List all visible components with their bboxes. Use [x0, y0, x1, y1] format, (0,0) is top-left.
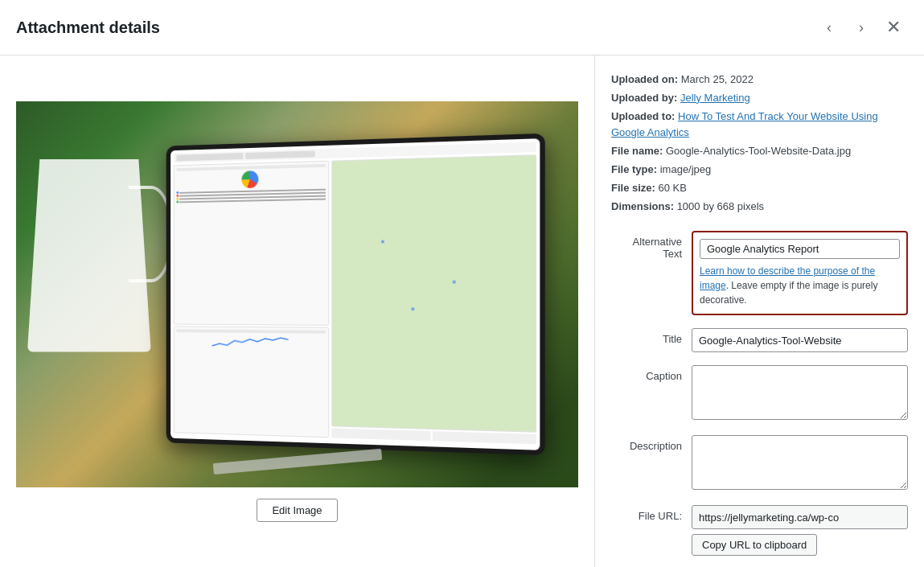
file-type-value: image/jpeg — [660, 163, 712, 175]
caption-label: Caption — [611, 365, 692, 382]
tab-item — [176, 153, 243, 161]
meta-file-name: File name: Google-Analytics-Tool-Website… — [611, 143, 908, 160]
title-field-content — [692, 328, 908, 352]
image-placeholder — [16, 101, 578, 487]
alt-text-help: Learn how to describe the purpose of the… — [700, 264, 900, 307]
meta-file-type: File type: image/jpeg — [611, 162, 908, 179]
left-panel: Edit Image — [0, 55, 595, 567]
alt-text-label: Alternative Text — [611, 231, 692, 260]
uploaded-to-label: Uploaded to: — [611, 110, 675, 122]
dimensions-value: 1000 by 668 pixels — [677, 200, 764, 212]
copy-url-button[interactable]: Copy URL to clipboard — [692, 534, 817, 556]
description-field-group: Description — [611, 435, 908, 492]
modal-body: Edit Image Uploaded on: March 25, 2022 U… — [0, 55, 924, 567]
header-controls: ‹ › ✕ — [815, 13, 908, 42]
file-type-label: File type: — [611, 163, 657, 175]
legend-items — [176, 187, 325, 203]
legend-dot-blue — [176, 191, 179, 193]
legend-dot-red — [176, 194, 179, 196]
map-dot — [452, 280, 455, 283]
meta-dimensions: Dimensions: 1000 by 668 pixels — [611, 199, 908, 216]
uploaded-on-value: March 25, 2022 — [681, 73, 754, 85]
stylus-decoration — [212, 449, 381, 475]
tab-item — [245, 150, 314, 159]
stat-box — [331, 428, 431, 441]
next-attachment-button[interactable]: › — [847, 13, 876, 42]
caption-textarea[interactable] — [692, 365, 908, 420]
meta-file-size: File size: 60 KB — [611, 180, 908, 197]
meta-uploaded-to: Uploaded to: How To Test And Track Your … — [611, 109, 908, 142]
map-area — [331, 154, 537, 433]
chart-title-bar — [176, 328, 325, 332]
chevron-left-icon: ‹ — [827, 19, 832, 36]
uploaded-by-label: Uploaded by: — [611, 92, 677, 104]
modal-title: Attachment details — [16, 18, 160, 37]
map-dot — [381, 240, 384, 243]
tablet-mockup — [166, 133, 544, 455]
file-name-label: File name: — [611, 145, 663, 157]
title-input[interactable] — [692, 328, 908, 352]
file-size-value: 60 KB — [659, 182, 687, 194]
close-icon: ✕ — [886, 17, 901, 38]
file-url-field-group: File URL: Copy URL to clipboard — [611, 505, 908, 556]
pie-chart-area — [174, 160, 329, 325]
file-size-label: File size: — [611, 182, 655, 194]
chevron-right-icon: › — [859, 19, 864, 36]
description-field-content — [692, 435, 908, 492]
tablet-left-col — [174, 160, 329, 438]
line-chart-svg — [176, 333, 325, 351]
close-modal-button[interactable]: ✕ — [879, 13, 908, 42]
legend-dot-yellow — [176, 197, 179, 199]
file-name-value: Google-Analytics-Tool-Website-Data.jpg — [666, 145, 851, 157]
map-dot — [411, 306, 414, 310]
uploaded-on-label: Uploaded on: — [611, 73, 678, 85]
uploaded-by-link[interactable]: Jelly Marketing — [680, 92, 750, 104]
alt-text-wrapper: Learn how to describe the purpose of the… — [692, 231, 908, 315]
legend-dot-green — [176, 200, 179, 203]
title-field-group: Title — [611, 328, 908, 352]
meta-uploaded-by: Uploaded by: Jelly Marketing — [611, 90, 908, 107]
metadata-section: Uploaded on: March 25, 2022 Uploaded by:… — [611, 72, 908, 215]
caption-field-group: Caption — [611, 365, 908, 422]
file-url-input[interactable] — [692, 505, 908, 529]
chart-title-bar — [176, 163, 325, 171]
tablet-content — [174, 154, 537, 444]
tablet-right-col — [331, 154, 537, 444]
attachment-details-modal: Attachment details ‹ › ✕ — [0, 0, 924, 567]
meta-uploaded-on: Uploaded on: March 25, 2022 — [611, 72, 908, 88]
caption-field-content — [692, 365, 908, 422]
alt-text-help-suffix: . Leave empty if the image is purely dec… — [700, 280, 877, 306]
file-url-label: File URL: — [611, 505, 692, 522]
image-preview — [16, 101, 578, 487]
dimensions-label: Dimensions: — [611, 200, 674, 212]
tablet-screen — [170, 138, 540, 450]
alt-text-field-group: Alternative Text Learn how to describe t… — [611, 231, 908, 315]
modal-header: Attachment details ‹ › ✕ — [0, 0, 924, 55]
prev-attachment-button[interactable]: ‹ — [815, 13, 844, 42]
description-label: Description — [611, 435, 692, 452]
line-chart-area — [174, 326, 329, 438]
file-url-field-content: Copy URL to clipboard — [692, 505, 908, 556]
stat-box — [433, 431, 537, 444]
right-panel: Uploaded on: March 25, 2022 Uploaded by:… — [595, 55, 924, 567]
edit-image-button[interactable]: Edit Image — [257, 499, 337, 522]
pie-chart — [241, 171, 258, 188]
alt-text-input[interactable] — [700, 239, 900, 259]
title-label: Title — [611, 328, 692, 345]
description-textarea[interactable] — [692, 435, 908, 490]
